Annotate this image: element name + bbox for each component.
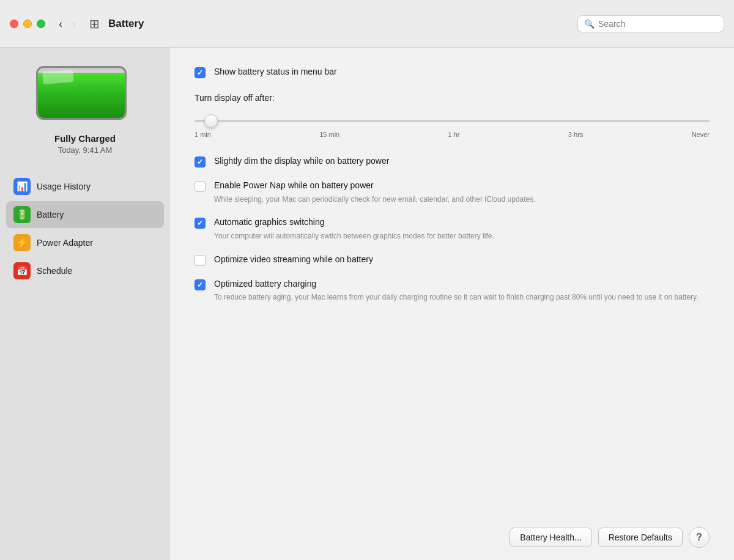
power-nap-description: While sleeping, your Mac can periodicall… xyxy=(214,194,710,205)
schedule-icon: 📅 xyxy=(13,262,31,279)
close-button[interactable] xyxy=(10,20,18,28)
optimized-charging-checkbox[interactable] xyxy=(195,279,206,290)
bottom-bar: Battery Health... Restore Defaults ? xyxy=(170,517,734,560)
traffic-lights xyxy=(10,20,45,28)
page-title: Battery xyxy=(108,18,577,30)
show-battery-status-content: Show battery status in menu bar xyxy=(214,66,710,78)
help-button[interactable]: ? xyxy=(689,527,710,548)
sidebar-item-label: Power Adapter xyxy=(37,238,93,248)
dim-display-label: Slightly dim the display while on batter… xyxy=(214,156,389,166)
slider-label-1min: 1 min xyxy=(195,131,211,138)
minimize-button[interactable] xyxy=(23,20,32,28)
forward-button[interactable]: › xyxy=(69,17,80,31)
main-layout: Fully Charged Today, 9:41 AM 📊 Usage His… xyxy=(0,48,734,560)
optimized-charging-description: To reduce battery aging, your Mac learns… xyxy=(214,292,710,303)
power-nap-row: Enable Power Nap while on battery power … xyxy=(195,180,710,204)
display-off-slider[interactable] xyxy=(195,120,710,122)
battery-icon: 🔋 xyxy=(13,206,31,223)
slider-label-3hrs: 3 hrs xyxy=(568,131,583,138)
battery-tip xyxy=(126,84,127,101)
battery-icon-large xyxy=(36,66,134,121)
show-battery-status-row: Show battery status in menu bar xyxy=(195,66,710,78)
restore-defaults-button[interactable]: Restore Defaults xyxy=(598,528,683,547)
show-battery-status-checkbox[interactable] xyxy=(195,67,206,78)
sidebar-item-label: Usage History xyxy=(37,182,91,191)
optimize-video-row: Optimize video streaming while on batter… xyxy=(195,254,710,266)
titlebar: ‹ › ⊞ Battery 🔍 xyxy=(0,0,734,48)
search-input[interactable] xyxy=(598,19,717,29)
battery-status: Fully Charged Today, 9:41 AM xyxy=(54,133,116,155)
auto-graphics-row: Automatic graphics switching Your comput… xyxy=(195,216,710,241)
slider-label-1hr: 1 hr xyxy=(448,131,460,138)
sidebar-item-label: Schedule xyxy=(37,266,72,276)
power-nap-label: Enable Power Nap while on battery power xyxy=(214,180,374,190)
power-nap-checkbox[interactable] xyxy=(195,181,206,192)
dim-display-checkbox[interactable] xyxy=(195,157,206,168)
optimize-video-label: Optimize video streaming while on batter… xyxy=(214,254,373,264)
slider-label: Turn display off after: xyxy=(195,93,710,103)
auto-graphics-label: Automatic graphics switching xyxy=(214,217,325,227)
back-button[interactable]: ‹ xyxy=(55,17,66,31)
usage-history-icon: 📊 xyxy=(13,178,31,195)
show-battery-status-label: Show battery status in menu bar xyxy=(214,67,337,76)
optimized-charging-label: Optimized battery charging xyxy=(214,279,316,289)
sidebar-item-usage-history[interactable]: 📊 Usage History xyxy=(6,173,164,200)
battery-body xyxy=(36,66,127,120)
auto-graphics-checkbox[interactable] xyxy=(195,218,206,229)
sidebar: Fully Charged Today, 9:41 AM 📊 Usage His… xyxy=(0,48,170,560)
auto-graphics-description: Your computer will automatically switch … xyxy=(214,231,710,241)
nav-buttons: ‹ › xyxy=(55,17,80,31)
search-icon: 🔍 xyxy=(584,19,595,29)
slider-label-15min: 15 min xyxy=(319,131,339,138)
battery-status-label: Fully Charged xyxy=(54,133,116,144)
battery-time-label: Today, 9:41 AM xyxy=(54,146,116,155)
grid-icon[interactable]: ⊞ xyxy=(89,17,100,31)
turn-display-off-section: Turn display off after: 1 min 15 min 1 h… xyxy=(195,93,710,138)
sidebar-item-power-adapter[interactable]: ⚡ Power Adapter xyxy=(6,229,164,256)
optimized-charging-row: Optimized battery charging To reduce bat… xyxy=(195,278,710,303)
dim-display-row: Slightly dim the display while on batter… xyxy=(195,155,710,168)
sidebar-item-schedule[interactable]: 📅 Schedule xyxy=(6,257,164,284)
battery-health-button[interactable]: Battery Health... xyxy=(510,528,591,547)
sidebar-item-battery[interactable]: 🔋 Battery xyxy=(6,201,164,228)
power-adapter-icon: ⚡ xyxy=(13,234,31,251)
show-battery-status-checkbox-wrapper[interactable] xyxy=(195,67,206,78)
optimize-video-checkbox[interactable] xyxy=(195,255,206,266)
sidebar-item-label: Battery xyxy=(37,210,64,219)
content-area: Show battery status in menu bar Turn dis… xyxy=(170,48,734,517)
slider-labels: 1 min 15 min 1 hr 3 hrs Never xyxy=(195,131,710,138)
search-box[interactable]: 🔍 xyxy=(577,15,724,32)
sidebar-nav: 📊 Usage History 🔋 Battery ⚡ Power Adapte… xyxy=(0,173,170,286)
zoom-button[interactable] xyxy=(37,20,45,28)
slider-label-never: Never xyxy=(692,131,710,138)
